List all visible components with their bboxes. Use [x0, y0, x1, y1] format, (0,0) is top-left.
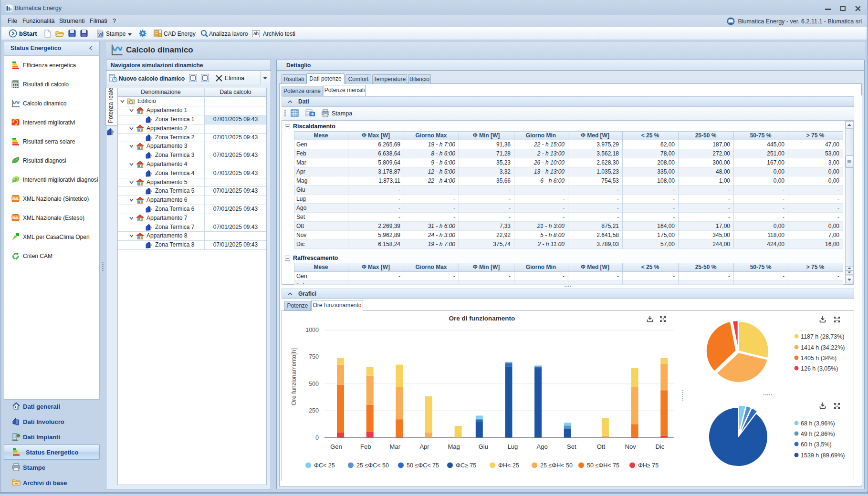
svg-text:W: W [98, 32, 103, 37]
svg-text:1000: 1000 [305, 327, 319, 333]
svg-text:Ago: Ago [537, 443, 548, 450]
svg-text:XML: XML [12, 216, 19, 219]
svg-text:Nov: Nov [625, 443, 637, 450]
svg-text:49 h (2,86%): 49 h (2,86%) [801, 431, 835, 437]
svg-text:Ore di funzionamento: Ore di funzionamento [449, 315, 515, 322]
svg-text:Lug: Lug [508, 443, 518, 450]
svg-text:ΦH< 25: ΦH< 25 [498, 462, 519, 469]
svg-text:60 h (3,5%): 60 h (3,5%) [801, 441, 832, 448]
svg-text:Ore funzionamento[h]: Ore funzionamento[h] [291, 348, 297, 405]
svg-text:50 ≤ΦC< 75: 50 ≤ΦC< 75 [407, 462, 439, 469]
svg-text:1539 h (89,69%): 1539 h (89,69%) [801, 452, 845, 459]
svg-text:ab: ab [253, 31, 259, 36]
svg-text:25 ≤ΦC< 50: 25 ≤ΦC< 50 [356, 462, 389, 469]
svg-text:750: 750 [309, 353, 319, 360]
svg-text:25 ≤ΦH< 50: 25 ≤ΦH< 50 [540, 462, 573, 469]
svg-text:Mag: Mag [448, 443, 460, 450]
svg-text:500: 500 [309, 381, 319, 387]
svg-text:Apr: Apr [419, 443, 429, 450]
svg-text:Mar: Mar [390, 443, 401, 450]
svg-text:Feb: Feb [360, 443, 371, 450]
svg-text:ΦH≥ 75: ΦH≥ 75 [638, 462, 659, 469]
svg-text:ΦC≥ 75: ΦC≥ 75 [456, 462, 476, 469]
svg-text:50 ≤ΦH< 75: 50 ≤ΦH< 75 [587, 462, 619, 469]
svg-text:Set: Set [567, 443, 576, 450]
svg-text:1414 h (34,22%): 1414 h (34,22%) [801, 344, 845, 351]
svg-text:+: + [191, 75, 194, 81]
svg-text:250: 250 [309, 407, 319, 414]
svg-text:68 h (3,96%): 68 h (3,96%) [801, 420, 835, 427]
svg-text:1187 h (28,73%): 1187 h (28,73%) [801, 333, 845, 340]
svg-text:1405 h (34%): 1405 h (34%) [801, 355, 837, 362]
svg-text:ΦC< 25: ΦC< 25 [314, 462, 335, 469]
svg-text:Gen: Gen [330, 443, 342, 450]
svg-text:0: 0 [315, 434, 319, 441]
svg-text:126 h (3,05%): 126 h (3,05%) [801, 365, 838, 372]
svg-text:Ott: Ott [597, 443, 606, 450]
svg-text:Dic: Dic [655, 443, 664, 450]
svg-text:Giu: Giu [479, 443, 488, 450]
svg-text:XML: XML [12, 197, 19, 200]
svg-text:−: − [203, 75, 206, 81]
